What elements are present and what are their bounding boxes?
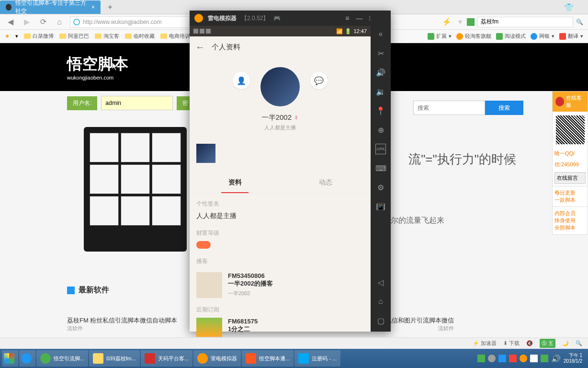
accelerator-button[interactable]: ⚡ 加速器: [473, 340, 497, 347]
book-icon: [496, 33, 503, 40]
search-engine-selector[interactable]: 🔍: [467, 17, 583, 27]
ext-qtk[interactable]: 轻淘客旗舰: [456, 33, 491, 40]
ime-indicator[interactable]: Ⓢ 五: [540, 339, 555, 348]
bookmark-item[interactable]: 临时收藏: [125, 33, 155, 40]
news-sub: 流软件: [67, 325, 83, 332]
username-input[interactable]: [101, 96, 173, 110]
taskbar-item[interactable]: 039荔枝fm...: [89, 350, 140, 367]
tab-activity[interactable]: 动态: [280, 172, 371, 193]
theme-icon[interactable]: 👕: [564, 3, 574, 12]
start-button[interactable]: [2, 350, 18, 367]
back-arrow-icon[interactable]: ←: [195, 42, 205, 53]
news-link[interactable]: 荔枝FM 粉丝私信引流脚本微信自动脚本: [67, 316, 177, 325]
tray-icon[interactable]: [498, 355, 506, 362]
taskbar-item[interactable]: 注册码 - ...: [294, 350, 340, 367]
tray-icon[interactable]: [530, 355, 538, 362]
emulator-titlebar[interactable]: 雷电模拟器 【2.0.52】 🎮 ≡ — □ ✕: [190, 11, 391, 26]
tray-icon[interactable]: [477, 355, 485, 362]
ext-bank[interactable]: 网银▾: [531, 33, 554, 40]
field-label: 近期订阅: [196, 306, 364, 314]
android-recent-icon[interactable]: ▢: [375, 315, 386, 326]
bookmark-item[interactable]: 电商培训: [160, 33, 190, 40]
promo-subtext: 尔的流量飞起来: [391, 216, 444, 226]
fm-name: 一半2002的播客: [228, 279, 364, 288]
app-header: ← 个人资料: [190, 36, 371, 58]
back-button[interactable]: ◀: [5, 16, 16, 28]
clock: 12:47: [353, 28, 367, 34]
browser-search-input[interactable]: [477, 17, 573, 27]
user-avatar[interactable]: [260, 67, 300, 106]
home-button[interactable]: ⌂: [54, 16, 65, 28]
site-search: 搜索: [413, 101, 523, 115]
android-back-icon[interactable]: ◁: [375, 277, 386, 288]
download-button[interactable]: ⬇ 下载: [503, 340, 520, 347]
taskbar-item[interactable]: 悟空引流脚...: [36, 350, 88, 367]
search-icon[interactable]: 🔍: [576, 19, 583, 25]
settings-icon[interactable]: ⚙: [375, 182, 386, 193]
globe-icon: [73, 19, 80, 25]
keyboard-icon[interactable]: ⌨: [375, 163, 386, 173]
taskbar-item[interactable]: 悟空脚本通...: [242, 350, 294, 367]
emulator-toolbar: « ✂ 🔊 🔉 📍 ⊕ APK ⌨ ⚙ 📳 ◁ ⌂ ▢: [371, 11, 391, 332]
gamepad-icon[interactable]: 🎮: [273, 15, 281, 22]
emulator-title: 雷电模拟器: [208, 14, 237, 23]
search-button[interactable]: 搜索: [485, 101, 523, 115]
cs-avatar-icon: [555, 97, 564, 106]
bookmark-item[interactable]: 淘宝客: [95, 33, 119, 40]
field-value: 人人都是主播: [196, 212, 364, 220]
podcast-item[interactable]: FM53450806 一半2002的播客 一半2002: [190, 267, 371, 303]
zoom-icon[interactable]: 🔍: [576, 340, 582, 346]
cs-header[interactable]: 在线客服: [553, 92, 588, 112]
leave-message-button[interactable]: 在线留言: [554, 172, 586, 184]
lightning-icon[interactable]: ⚡: [442, 17, 452, 26]
scissors-icon[interactable]: ✂: [375, 48, 386, 58]
reload-button[interactable]: ⟳: [37, 16, 49, 28]
tray-icon[interactable]: [488, 355, 496, 362]
taskbar-item[interactable]: 天码平台客...: [141, 350, 192, 367]
puzzle-icon: [428, 33, 434, 40]
favorites-icon[interactable]: ★: [5, 33, 10, 39]
volume-up-icon[interactable]: 🔊: [375, 67, 386, 78]
profile-tabs: 资料 动态: [190, 172, 371, 193]
site-search-input[interactable]: [413, 101, 485, 115]
extensions-button[interactable]: 扩展▾: [428, 33, 452, 40]
ext-read[interactable]: 阅读模式: [496, 33, 526, 40]
location-icon[interactable]: 📍: [375, 105, 386, 116]
taskbar-item[interactable]: 雷电模拟器: [193, 350, 241, 367]
app-icon: [197, 353, 208, 364]
tab-info[interactable]: 资料: [190, 172, 280, 193]
tray-icon[interactable]: [541, 355, 548, 362]
bookmark-item[interactable]: 白菜微博: [24, 33, 54, 40]
add-friend-button[interactable]: 👤: [233, 72, 250, 89]
subscription-field: 近期订阅: [190, 303, 371, 316]
apk-icon[interactable]: APK: [375, 144, 386, 154]
ie-button[interactable]: [19, 350, 35, 367]
menu-icon[interactable]: ≡: [345, 14, 349, 22]
ext-translate[interactable]: 翻译▾: [559, 33, 583, 40]
taskbar-clock[interactable]: 下午 1 2018/1/2: [564, 353, 582, 364]
bookmark-item[interactable]: 阿里巴巴: [59, 33, 89, 40]
volume-down-icon[interactable]: 🔉: [375, 86, 386, 97]
android-home-icon[interactable]: ⌂: [375, 296, 386, 307]
close-icon[interactable]: ×: [91, 4, 95, 11]
tray-icon[interactable]: [509, 355, 517, 362]
moon-icon[interactable]: 🌙: [562, 340, 569, 346]
volume-icon[interactable]: 🔊: [551, 354, 561, 363]
subscription-thumbnail: [196, 318, 222, 337]
photo-thumbnail[interactable]: [196, 144, 215, 163]
minimize-icon[interactable]: —: [356, 14, 363, 22]
user-bio: 人人都是主播: [190, 124, 371, 131]
collapse-icon[interactable]: «: [375, 29, 386, 39]
shake-icon[interactable]: 📳: [375, 201, 386, 212]
system-tray: 🔊 下午 1 2018/1/2: [477, 353, 586, 364]
grid-icon: [67, 287, 75, 294]
signature-field: 个性签名 人人都是主播: [190, 193, 371, 222]
add-icon[interactable]: ⊕: [375, 125, 386, 135]
tray-icon[interactable]: [520, 355, 527, 362]
browser-status-bar: ⚡ 加速器 ⬇ 下载 🔇 Ⓢ 五 🌙 🔍: [0, 337, 588, 349]
browser-tab[interactable]: 悟空引流脚本-专注于第三方社交 ×: [0, 0, 101, 14]
qq-info: 唯一QQ/: [553, 148, 588, 159]
new-tab-button[interactable]: +: [104, 1, 116, 13]
message-button[interactable]: 💬: [310, 72, 328, 89]
mute-icon[interactable]: 🔇: [526, 340, 533, 346]
